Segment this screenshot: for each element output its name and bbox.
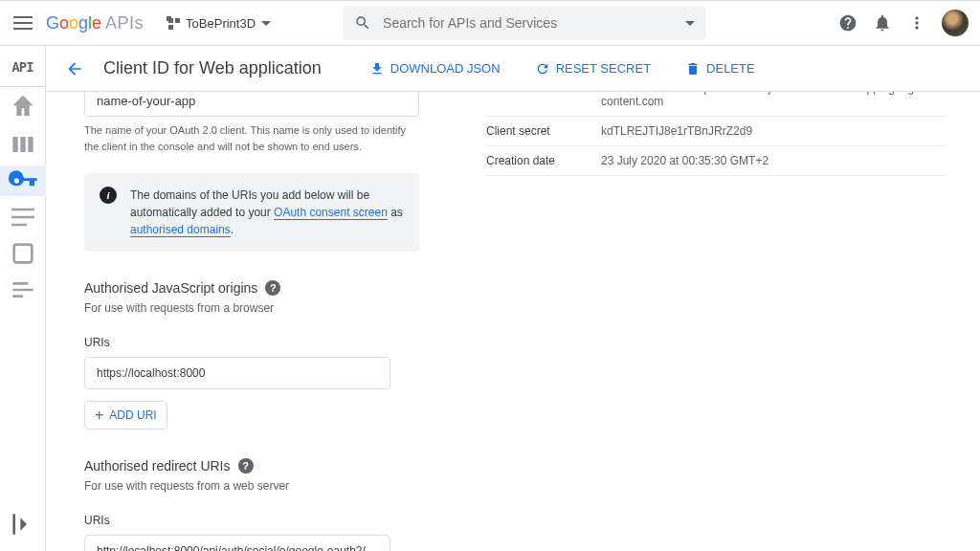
- summary-creation-date-row: Creation date 23 July 2020 at 00:35:30 G…: [486, 146, 946, 176]
- info-icon: i: [100, 187, 117, 204]
- redirect-uris-title-text: Authorised redirect URIs: [84, 458, 231, 474]
- top-bar: Google APIs ToBePrint3D: [0, 0, 980, 46]
- creation-date-label: Creation date: [486, 154, 601, 167]
- client-id-label: Client ID: [486, 92, 601, 108]
- help-icon[interactable]: [838, 13, 858, 33]
- reset-secret-button[interactable]: RESET SECRET: [535, 61, 651, 77]
- more-vert-icon[interactable]: [907, 13, 926, 33]
- client-name-input[interactable]: [84, 92, 419, 117]
- client-secret-label: Client secret: [486, 124, 601, 138]
- js-origins-title-text: Authorised JavaScript origins: [84, 280, 257, 296]
- add-js-origin-button[interactable]: + ADD URI: [84, 401, 167, 430]
- notifications-icon[interactable]: [873, 13, 892, 33]
- redirect-uri-1[interactable]: http://localhost:8000/api/auth/social/o/…: [84, 535, 390, 551]
- add-js-origin-label: ADD URI: [109, 408, 156, 422]
- delete-button[interactable]: DELETE: [685, 61, 755, 77]
- info-middle: as: [388, 206, 403, 219]
- download-json-button[interactable]: DOWNLOAD JSON: [369, 61, 501, 77]
- help-icon[interactable]: ?: [238, 458, 254, 474]
- redirect-uris-label: URIs: [84, 514, 448, 527]
- delete-icon: [685, 61, 701, 77]
- js-origins-section: Authorised JavaScript origins ? For use …: [84, 280, 448, 430]
- page-title: Client ID for Web application: [103, 58, 322, 78]
- js-origins-uris-label: URIs: [84, 336, 448, 349]
- project-name: ToBePrint3D: [186, 16, 256, 31]
- reset-secret-label: RESET SECRET: [556, 61, 651, 76]
- search-box[interactable]: [343, 6, 706, 40]
- page-header: Client ID for Web application DOWNLOAD J…: [46, 46, 980, 92]
- redirect-uris-title: Authorised redirect URIs ?: [84, 458, 448, 474]
- download-json-label: DOWNLOAD JSON: [390, 61, 501, 76]
- info-text: The domains of the URIs you add below wi…: [130, 187, 404, 238]
- search-caret-down-icon[interactable]: [685, 21, 695, 26]
- search-input[interactable]: [383, 15, 674, 31]
- js-origins-title: Authorised JavaScript origins ?: [84, 280, 448, 296]
- project-icon: [167, 16, 180, 30]
- rail-dashboard-icon[interactable]: [0, 93, 46, 123]
- svg-rect-0: [13, 245, 32, 263]
- form-column: The name of your OAuth 2.0 client. This …: [84, 92, 448, 551]
- redirect-uris-sub: For use with requests from a web server: [84, 479, 448, 493]
- summary-client-secret-row: Client secret kdTLREJTIJ8e1rTBnJRrZ2d9: [486, 117, 946, 146]
- api-rail-label[interactable]: API: [11, 54, 33, 80]
- rail-divider: [0, 86, 45, 87]
- menu-icon[interactable]: [11, 11, 34, 34]
- caret-down-icon: [261, 21, 271, 26]
- plus-icon: +: [95, 408, 103, 423]
- rail-library-icon[interactable]: [0, 129, 46, 160]
- summary-column: Client ID 768209703909-9f09poesdik3ak0jr…: [486, 92, 946, 551]
- user-avatar[interactable]: [942, 10, 969, 36]
- left-rail: API: [0, 46, 46, 551]
- client-id-value: 768209703909-9f09poesdik3ak0jrvi0kskfdok…: [601, 92, 946, 108]
- client-name-help: The name of your OAuth 2.0 client. This …: [84, 122, 419, 154]
- rail-domain-icon[interactable]: [0, 238, 46, 269]
- redirect-uris-section: Authorised redirect URIs ? For use with …: [84, 458, 448, 551]
- rail-consent-icon[interactable]: [0, 202, 46, 232]
- help-icon[interactable]: ?: [265, 280, 280, 296]
- js-origins-sub: For use with requests from a browser: [84, 301, 448, 315]
- rail-expand-icon[interactable]: [0, 509, 46, 540]
- info-suffix: .: [231, 223, 234, 236]
- reset-icon: [535, 61, 550, 77]
- oauth-consent-link[interactable]: OAuth consent screen: [274, 206, 388, 220]
- client-secret-value: kdTLREJTIJ8e1rTBnJRrZ2d9: [601, 124, 946, 138]
- rail-credentials-icon[interactable]: [0, 165, 46, 196]
- google-apis-logo[interactable]: Google APIs: [46, 13, 144, 33]
- search-icon: [354, 14, 371, 32]
- back-arrow-icon[interactable]: [65, 59, 84, 78]
- project-selector[interactable]: ToBePrint3D: [167, 16, 271, 31]
- top-right-actions: [838, 10, 969, 36]
- info-box: i The domains of the URIs you add below …: [84, 173, 419, 252]
- summary-client-id-row: Client ID 768209703909-9f09poesdik3ak0jr…: [486, 92, 946, 117]
- apis-logo-text: APIs: [105, 13, 144, 33]
- content-area: The name of your OAuth 2.0 client. This …: [46, 92, 965, 551]
- delete-label: DELETE: [706, 61, 755, 76]
- js-origin-uri-1[interactable]: https://localhost:8000: [84, 357, 390, 389]
- download-icon: [369, 61, 385, 77]
- authorised-domains-link[interactable]: authorised domains: [130, 223, 231, 237]
- rail-settings-icon[interactable]: [0, 275, 46, 305]
- creation-date-value: 23 July 2020 at 00:35:30 GMT+2: [601, 154, 946, 167]
